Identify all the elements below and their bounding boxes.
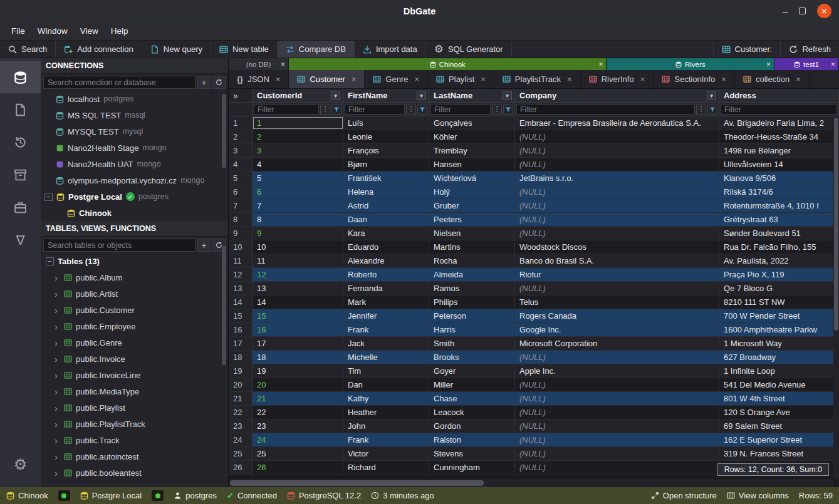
- cell-company[interactable]: (NULL): [515, 378, 719, 391]
- cell-lastname[interactable]: Brooks: [429, 351, 515, 364]
- scrollbar-handle[interactable]: [834, 118, 838, 331]
- add-connection-button[interactable]: Add connection: [56, 41, 142, 58]
- column-menu-button[interactable]: ▾: [331, 91, 340, 100]
- cell-firstname[interactable]: Jennifer: [343, 309, 429, 322]
- row-number[interactable]: 5: [229, 172, 253, 185]
- cell-customerid[interactable]: 2: [253, 130, 343, 143]
- cell-company[interactable]: (NULL): [515, 130, 719, 143]
- cell-customerid[interactable]: 5: [253, 172, 343, 185]
- cell-address[interactable]: Ullevålsveien 14: [719, 158, 839, 171]
- connection-ms-sql-test[interactable]: MS SQL TESTmssql: [41, 107, 228, 123]
- chevron-right-icon[interactable]: ›: [55, 452, 60, 461]
- close-button[interactable]: ×: [817, 4, 831, 18]
- cell-company[interactable]: (NULL): [515, 213, 719, 226]
- tables-group-row[interactable]: − Tables (13): [41, 254, 228, 269]
- sidebar-item-filters[interactable]: ∇: [0, 224, 41, 256]
- close-tab-icon[interactable]: ×: [481, 75, 486, 83]
- filter-funnel-button[interactable]: [503, 105, 513, 115]
- grid-vertical-scrollbar[interactable]: [833, 116, 839, 479]
- minimize-button[interactable]: –: [783, 6, 788, 16]
- row-number[interactable]: 11: [229, 254, 253, 267]
- table-item-public-playlisttrack[interactable]: ›public.PlaylistTrack: [41, 416, 228, 432]
- cell-address[interactable]: Grétrystraat 63: [719, 213, 839, 226]
- tab-playlist[interactable]: Playlist×: [428, 70, 494, 88]
- cell-address[interactable]: 1 Microsoft Way: [719, 337, 839, 350]
- filter-input-address[interactable]: [721, 104, 837, 115]
- status-led[interactable]: [152, 490, 164, 501]
- table-item-public-playlist[interactable]: ›public.Playlist: [41, 399, 228, 416]
- row-number[interactable]: 22: [229, 406, 253, 419]
- cell-address[interactable]: 162 E Superior Street: [719, 433, 839, 446]
- cell-lastname[interactable]: Peeters: [429, 213, 515, 226]
- cell-address[interactable]: Theodor-Heuss-Straße 34: [719, 130, 839, 143]
- add-connection-small-button[interactable]: +: [197, 76, 211, 89]
- cell-customerid[interactable]: 23: [253, 419, 343, 433]
- row-number[interactable]: 1: [229, 116, 253, 130]
- cell-firstname[interactable]: Victor: [343, 447, 429, 460]
- cell-lastname[interactable]: Gonçalves: [429, 116, 515, 130]
- cell-firstname[interactable]: Daan: [343, 213, 429, 226]
- chevron-right-icon[interactable]: ›: [55, 322, 60, 331]
- cell-firstname[interactable]: Frank: [343, 433, 429, 446]
- cell-address[interactable]: Qe 7 Bloco G: [719, 282, 839, 295]
- chevron-right-icon[interactable]: ›: [55, 289, 60, 299]
- close-tab-icon[interactable]: ×: [796, 75, 801, 83]
- cell-customerid[interactable]: 22: [253, 406, 343, 419]
- row-number[interactable]: 8: [229, 213, 253, 226]
- cell-firstname[interactable]: Leonie: [343, 130, 429, 143]
- sidebar-item-archive[interactable]: [0, 158, 41, 191]
- cell-company[interactable]: Riotur: [515, 268, 719, 281]
- cell-company[interactable]: Rogers Canada: [515, 309, 719, 322]
- connection-chinook[interactable]: Chinook: [41, 205, 228, 221]
- cell-address[interactable]: 319 N. Frances Street: [719, 447, 839, 460]
- column-menu-button[interactable]: ▾: [707, 91, 716, 100]
- expand-all-button[interactable]: »: [229, 89, 253, 102]
- cell-company[interactable]: Woodstock Discos: [515, 240, 719, 254]
- cell-customerid[interactable]: 18: [253, 351, 343, 364]
- close-tab-icon[interactable]: ×: [276, 75, 281, 83]
- cell-customerid[interactable]: 4: [253, 158, 343, 171]
- cell-company[interactable]: Google Inc.: [515, 323, 719, 336]
- cell-lastname[interactable]: Nielsen: [429, 227, 515, 240]
- cell-customerid[interactable]: 11: [253, 254, 343, 267]
- cell-firstname[interactable]: François: [343, 144, 429, 157]
- cell-lastname[interactable]: Martins: [429, 240, 515, 254]
- column-header-lastname[interactable]: LastName▾: [429, 89, 515, 102]
- chevron-right-icon[interactable]: ›: [55, 354, 60, 364]
- tab-json[interactable]: {}JSON×: [229, 70, 289, 88]
- table-item-public-invoice[interactable]: ›public.Invoice: [41, 351, 228, 367]
- chevron-right-icon[interactable]: ›: [55, 468, 60, 478]
- tab-riverinfo[interactable]: RiverInfo×: [581, 70, 654, 88]
- cell-customerid[interactable]: 8: [253, 213, 343, 226]
- cell-customerid[interactable]: 24: [253, 433, 343, 446]
- cell-firstname[interactable]: Kara: [343, 227, 429, 240]
- column-menu-button[interactable]: ▾: [503, 91, 512, 100]
- cell-customerid[interactable]: 13: [253, 282, 343, 295]
- cell-address[interactable]: Rilská 3174/6: [719, 185, 839, 198]
- cell-customerid[interactable]: 3: [253, 144, 343, 157]
- cell-address[interactable]: 69 Salem Street: [719, 419, 839, 433]
- cell-firstname[interactable]: Heather: [343, 406, 429, 419]
- row-number[interactable]: 16: [229, 323, 253, 336]
- sidebar-item-history[interactable]: [0, 126, 41, 158]
- cell-customerid[interactable]: 7: [253, 199, 343, 212]
- table-item-public-mediatype[interactable]: ›public.MediaType: [41, 383, 228, 399]
- cell-firstname[interactable]: Astrid: [343, 199, 429, 212]
- cell-lastname[interactable]: Rocha: [429, 254, 515, 267]
- cell-company[interactable]: (NULL): [515, 392, 719, 405]
- cell-address[interactable]: Praça Pio X, 119: [719, 268, 839, 281]
- cell-company[interactable]: Telus: [515, 296, 719, 309]
- new-query-button[interactable]: New query: [142, 41, 211, 58]
- cell-lastname[interactable]: Köhler: [429, 130, 515, 143]
- cell-company[interactable]: (NULL): [515, 227, 719, 240]
- row-number[interactable]: 21: [229, 392, 253, 405]
- row-number[interactable]: 26: [229, 461, 253, 474]
- filter-funnel-button[interactable]: [331, 105, 341, 115]
- filter-input-company[interactable]: [516, 104, 695, 115]
- refresh-connections-button[interactable]: [212, 76, 226, 89]
- cell-lastname[interactable]: Peterson: [429, 309, 515, 322]
- chevron-right-icon[interactable]: ›: [55, 338, 60, 347]
- cell-firstname[interactable]: Luís: [343, 116, 429, 130]
- close-tab-icon[interactable]: ×: [598, 61, 603, 68]
- table-item-public-employee[interactable]: ›public.Employee: [41, 318, 228, 334]
